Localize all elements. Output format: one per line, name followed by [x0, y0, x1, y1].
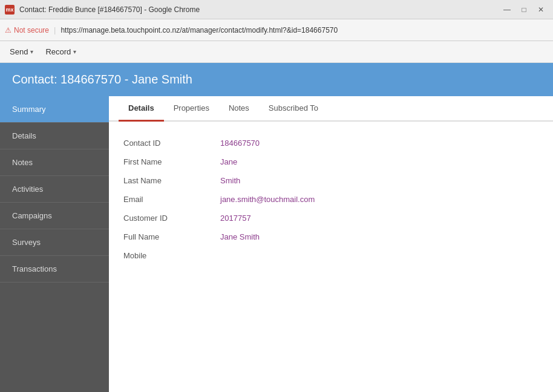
sidebar-item-activities[interactable]: Activities: [0, 176, 109, 203]
last-name-label: Last Name: [123, 176, 220, 185]
customer-id-label: Customer ID: [123, 214, 220, 223]
send-button[interactable]: Send ▾: [5, 45, 38, 59]
sidebar: Summary Details Notes Activities Campaig…: [0, 96, 109, 392]
mobile-label: Mobile: [123, 251, 220, 260]
sidebar-item-summary[interactable]: Summary: [0, 96, 109, 123]
maximize-button[interactable]: □: [517, 2, 531, 17]
detail-row-mobile: Mobile: [123, 246, 538, 265]
separator: |: [54, 25, 56, 34]
toolbar: Send ▾ Record ▾: [0, 41, 553, 63]
customer-id-value: 2017757: [220, 214, 251, 223]
details-table: Contact ID 184667570 First Name Jane Las…: [109, 122, 553, 277]
detail-row-customer-id: Customer ID 2017757: [123, 209, 538, 227]
send-label: Send: [10, 47, 28, 56]
close-button[interactable]: ✕: [534, 2, 548, 17]
tab-properties[interactable]: Properties: [164, 96, 219, 122]
not-secure-label: Not secure: [14, 26, 49, 34]
last-name-value: Smith: [220, 176, 240, 185]
detail-row-last-name: Last Name Smith: [123, 171, 538, 190]
detail-row-contact-id: Contact ID 184667570: [123, 134, 538, 152]
email-label: Email: [123, 195, 220, 204]
record-chevron-icon: ▾: [73, 48, 76, 55]
tab-subscribed-to[interactable]: Subscribed To: [259, 96, 328, 122]
contact-id-value: 184667570: [220, 139, 260, 148]
window-title: Contact: Freddie Bunce [#184667570] - Go…: [19, 5, 500, 14]
sidebar-item-surveys[interactable]: Surveys: [0, 229, 109, 256]
first-name-label: First Name: [123, 157, 220, 166]
page-title: Contact: 184667570 - Jane Smith: [12, 73, 192, 86]
full-name-label: Full Name: [123, 232, 220, 241]
url-display[interactable]: https://manage.beta.touchpoint.co.nz/at/…: [61, 26, 338, 34]
detail-row-full-name: Full Name Jane Smith: [123, 227, 538, 246]
contact-id-label: Contact ID: [123, 139, 220, 148]
sidebar-item-details[interactable]: Details: [0, 123, 109, 149]
minimize-button[interactable]: —: [500, 2, 514, 17]
content-area: Details Properties Notes Subscribed To C…: [109, 96, 553, 392]
warning-icon: ⚠: [5, 26, 11, 34]
tab-notes[interactable]: Notes: [219, 96, 259, 122]
record-label: Record: [45, 47, 71, 56]
record-button[interactable]: Record ▾: [41, 45, 81, 59]
main-layout: Summary Details Notes Activities Campaig…: [0, 96, 553, 392]
detail-row-email: Email jane.smith@touchmail.com: [123, 190, 538, 209]
send-chevron-icon: ▾: [30, 48, 33, 55]
tab-bar: Details Properties Notes Subscribed To: [109, 96, 553, 122]
sidebar-item-campaigns[interactable]: Campaigns: [0, 203, 109, 229]
app-icon: mx: [5, 5, 15, 15]
address-bar: ⚠ Not secure | https://manage.beta.touch…: [0, 19, 553, 41]
detail-row-first-name: First Name Jane: [123, 152, 538, 171]
title-bar: mx Contact: Freddie Bunce [#184667570] -…: [0, 0, 553, 19]
full-name-value: Jane Smith: [220, 232, 260, 241]
tab-details[interactable]: Details: [119, 96, 164, 122]
page-header: Contact: 184667570 - Jane Smith: [0, 63, 553, 96]
first-name-value: Jane: [220, 157, 237, 166]
sidebar-item-notes[interactable]: Notes: [0, 149, 109, 176]
email-value: jane.smith@touchmail.com: [220, 195, 315, 204]
window-controls: — □ ✕: [500, 2, 548, 17]
sidebar-item-transactions[interactable]: Transactions: [0, 256, 109, 283]
security-indicator: ⚠ Not secure: [5, 26, 49, 34]
